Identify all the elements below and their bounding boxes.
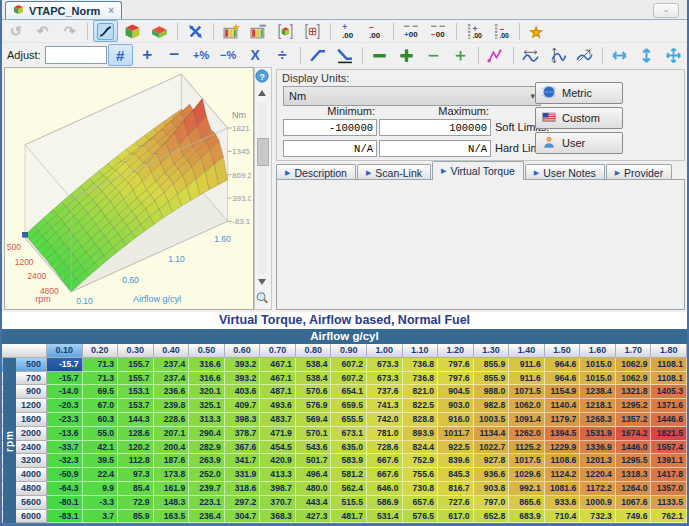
table-cell[interactable]: 667.6 [367,468,403,482]
table-cell[interactable]: 120.2 [118,441,154,455]
table-cell[interactable]: 148.3 [154,496,190,510]
table-cell[interactable]: 515.5 [331,496,367,510]
remove-decimal-icon[interactable]: −.00 [363,20,388,42]
table-cell[interactable]: 85.4 [118,482,154,496]
table-cell[interactable]: 710.4 [545,510,581,524]
table-cell[interactable]: -80.1 [47,496,83,510]
table-cell[interactable]: -15.7 [47,358,83,372]
swap-axes-icon[interactable] [183,20,208,42]
smooth-horizontal-icon[interactable] [518,44,543,66]
table-cell[interactable]: 893.9 [403,427,439,441]
table-cell[interactable]: 1218.1 [580,399,616,413]
subtract-icon[interactable]: − [162,44,187,66]
table-cell[interactable]: 1405.3 [651,385,687,399]
table-cell[interactable]: 1022.7 [474,441,510,455]
table-cell[interactable]: 413.3 [260,468,296,482]
divide-icon[interactable]: ÷ [270,44,295,66]
table-cell[interactable]: 916.0 [438,413,474,427]
table-cell[interactable]: 325.1 [189,399,225,413]
table-cell[interactable]: 646.0 [367,482,403,496]
table-cell[interactable]: 1125.2 [509,441,545,455]
table-cell[interactable]: 1071.5 [509,385,545,399]
column-header-1.50[interactable]: 1.50 [545,344,581,358]
units-dropdown[interactable]: Nm ▾ [283,86,541,106]
table-cell[interactable]: 992.1 [509,482,545,496]
user-units-button[interactable]: User [535,132,623,154]
table-cell[interactable]: 728.6 [367,441,403,455]
table-cell[interactable]: 1371.6 [651,399,687,413]
fine-increment-icon[interactable] [448,44,473,66]
table-cell[interactable]: 569.4 [296,413,332,427]
scrollbar-track[interactable] [257,102,267,274]
scroll-down-icon[interactable] [255,275,269,289]
table-cell[interactable]: 1821.5 [651,427,687,441]
table-cell[interactable]: 467.1 [260,358,296,372]
table-cell[interactable]: 1108.1 [651,358,687,372]
stretch-vertical-icon[interactable] [634,44,659,66]
table-cell[interactable]: 163.5 [154,510,190,524]
table-cell[interactable]: 237.4 [154,372,190,386]
table-cell[interactable]: -14.0 [47,385,83,399]
table-cell[interactable]: 607.2 [331,372,367,386]
table-cell[interactable]: 290.4 [189,427,225,441]
table-cell[interactable]: 845.3 [438,468,474,482]
smooth-both-icon[interactable] [572,44,597,66]
table-cell[interactable]: 1179.7 [545,413,581,427]
table-cell[interactable]: 1557.4 [651,441,687,455]
table-cell[interactable]: 313.3 [189,413,225,427]
table-cell[interactable]: 741.3 [367,399,403,413]
plot-zoom-scrollbar[interactable]: ? [254,67,272,310]
table-cell[interactable]: 69.5 [83,385,119,399]
table-cell[interactable]: 839.6 [438,454,474,468]
table-cell[interactable]: 403.6 [225,385,261,399]
table-cell[interactable]: 207.1 [154,427,190,441]
table-cell[interactable]: 1062.9 [616,358,652,372]
table-cell[interactable]: 297.2 [225,496,261,510]
remove-decimal-rows-icon[interactable]: −.00 [489,20,514,42]
column-header-1.10[interactable]: 1.10 [403,344,439,358]
document-tab-vtapc-norm[interactable]: VTAPC_Norm × [5,1,122,19]
table-cell[interactable]: 538.4 [296,372,332,386]
table-cell[interactable]: 964.6 [545,358,581,372]
table-cell[interactable]: 736.8 [403,372,439,386]
stretch-horizontal-icon[interactable] [607,44,632,66]
table-cell[interactable]: -83.1 [47,510,83,524]
table-cell[interactable]: 320.1 [189,385,225,399]
table-cell[interactable]: 749.6 [616,510,652,524]
table-cell[interactable]: 904.5 [438,385,474,399]
table-cell[interactable]: 501.7 [296,454,332,468]
table-cell[interactable]: 562.4 [331,482,367,496]
table-cell[interactable]: -20.3 [47,399,83,413]
copy-table-icon[interactable] [300,20,325,42]
revert-icon[interactable]: ↺ [3,20,28,42]
table-cell[interactable]: 420.9 [260,454,296,468]
table-cell[interactable]: 252.0 [189,468,225,482]
table-cell[interactable]: 22.4 [83,468,119,482]
table-cell[interactable]: 617.0 [438,510,474,524]
table-cell[interactable]: 1015.0 [580,372,616,386]
table-cell[interactable]: 263.9 [189,454,225,468]
hard-maximum-input[interactable] [379,140,491,157]
table-cell[interactable]: 85.9 [118,510,154,524]
redo-icon[interactable]: ↷ [57,20,82,42]
plot-help-icon[interactable]: ? [255,69,269,83]
smooth-vertical-icon[interactable] [545,44,570,66]
table-cell[interactable]: 1268.3 [580,413,616,427]
coarse-decrement-icon[interactable] [367,44,392,66]
table-cell[interactable]: 855.9 [474,372,510,386]
table-cell[interactable]: 1446.6 [651,413,687,427]
table-cell[interactable]: 828.8 [403,413,439,427]
table-cell[interactable]: 781.0 [367,427,403,441]
table-cell[interactable]: 1238.4 [580,385,616,399]
table-cell[interactable]: 936.6 [474,468,510,482]
table-cell[interactable]: 797.0 [474,496,510,510]
table-cell[interactable]: 1391.1 [651,454,687,468]
table-cell[interactable]: 393.2 [225,358,261,372]
toolbar-overflow-button[interactable]: ⌄ [653,3,679,18]
table-cell[interactable]: 903.8 [474,482,510,496]
table-cell[interactable]: 187.6 [154,454,190,468]
table-cell[interactable]: 988.0 [474,385,510,399]
table-cell[interactable]: 1067.6 [616,496,652,510]
column-header-1.60[interactable]: 1.60 [580,344,616,358]
table-cell[interactable]: 1017.5 [509,454,545,468]
